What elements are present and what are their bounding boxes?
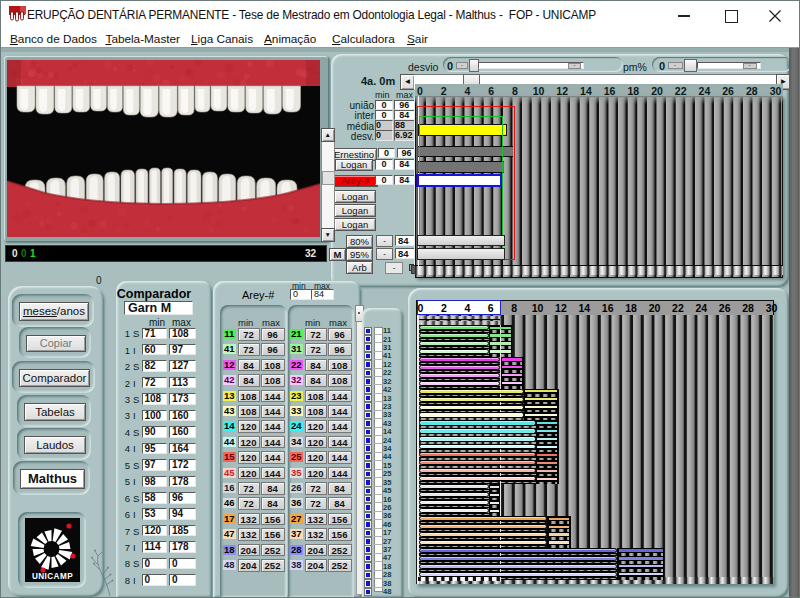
svg-text:UNICAMP: UNICAMP: [32, 572, 73, 581]
